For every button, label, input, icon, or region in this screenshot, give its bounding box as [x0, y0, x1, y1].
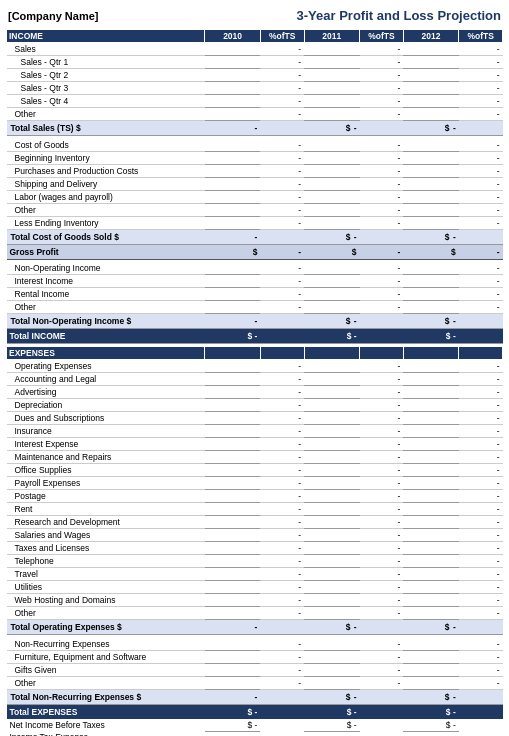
- op-exp-label: Operating Expenses: [7, 360, 205, 373]
- list-item: Gifts Given - - -: [7, 663, 503, 676]
- beg-inventory-label: Beginning Inventory: [7, 151, 205, 164]
- list-item: Web Hosting and Domains - - -: [7, 594, 503, 607]
- list-item: Postage - - -: [7, 490, 503, 503]
- year3-header: 2012: [403, 30, 459, 43]
- list-item: Office Supplies - - -: [7, 464, 503, 477]
- sales-qtr1-y1[interactable]: [205, 56, 261, 69]
- expenses-section-label: EXPENSES: [7, 347, 205, 360]
- cogs-label: Cost of Goods: [7, 139, 205, 152]
- list-item: Dues and Subscriptions - - -: [7, 412, 503, 425]
- list-item: Sales - Qtr 2 - - -: [7, 69, 503, 82]
- pct1-header: %ofTS: [260, 30, 304, 43]
- list-item: Depreciation - - -: [7, 399, 503, 412]
- sales-pct3: -: [459, 43, 503, 56]
- list-item: Telephone - - -: [7, 555, 503, 568]
- year1-header: 2010: [205, 30, 261, 43]
- sales-y1[interactable]: [205, 43, 261, 56]
- before-taxes-label: Net Income Before Taxes: [7, 719, 205, 732]
- list-item: Taxes and Licenses - - -: [7, 542, 503, 555]
- sales-pct1: -: [260, 43, 304, 56]
- total-sales-row: Total Sales (TS) $ - $ - $ -: [7, 121, 503, 136]
- gp-dollar: $: [205, 244, 261, 259]
- cogs-other-label: Other: [7, 203, 205, 216]
- web-hosting-label: Web Hosting and Domains: [7, 594, 205, 607]
- list-item: Other - - -: [7, 108, 503, 121]
- rental-income-label: Rental Income: [7, 288, 205, 301]
- list-item: Insurance - - -: [7, 425, 503, 438]
- gifts-given-label: Gifts Given: [7, 663, 205, 676]
- utilities-label: Utilities: [7, 581, 205, 594]
- gp-dollar3: $: [403, 244, 459, 259]
- labor-label: Labor (wages and payroll): [7, 190, 205, 203]
- total-op-exp-row: Total Operating Expenses $ - $ - $ -: [7, 620, 503, 635]
- gp-dollar2: $: [304, 244, 360, 259]
- sales-qtr4-label: Sales - Qtr 4: [7, 95, 205, 108]
- total-expenses-row: Total EXPENSES $ - $ - $ -: [7, 704, 503, 719]
- list-item: Sales - - -: [7, 43, 503, 56]
- total-cogs-y2: $ -: [304, 229, 360, 244]
- total-non-rec-label: Total Non-Recurring Expenses $: [7, 689, 205, 704]
- list-item: Interest Income - - -: [7, 275, 503, 288]
- list-item: Other - - -: [7, 607, 503, 620]
- gross-profit-row: Gross Profit $ - $ - $ -: [7, 244, 503, 259]
- gross-profit-label: Gross Profit: [7, 244, 205, 259]
- interest-income-label: Interest Income: [7, 275, 205, 288]
- list-item: Non-Recurring Expenses - - -: [7, 638, 503, 651]
- purchases-label: Purchases and Production Costs: [7, 164, 205, 177]
- list-item: Beginning Inventory - - -: [7, 151, 503, 164]
- total-cogs-y1: -: [205, 229, 261, 244]
- income-tax-row: Income Tax Expense: [7, 731, 503, 736]
- list-item: Sales - Qtr 4 - - -: [7, 95, 503, 108]
- list-item: Advertising - - -: [7, 386, 503, 399]
- list-item: Accounting and Legal - - -: [7, 373, 503, 386]
- non-rec-other-label: Other: [7, 676, 205, 689]
- furniture-label: Furniture, Equipment and Software: [7, 650, 205, 663]
- income-section-header-row: INCOME 2010 %ofTS 2011 %ofTS 2012 %ofTS: [7, 30, 503, 43]
- income-tax-label: Income Tax Expense: [7, 731, 205, 736]
- year2-header: 2011: [304, 30, 360, 43]
- total-cogs-label: Total Cost of Goods Sold $: [7, 229, 205, 244]
- insurance-label: Insurance: [7, 425, 205, 438]
- sales-qtr3-label: Sales - Qtr 3: [7, 82, 205, 95]
- total-income-row: Total INCOME $ - $ - $ -: [7, 329, 503, 344]
- advertising-label: Advertising: [7, 386, 205, 399]
- non-op-label: Non-Operating Income: [7, 262, 205, 275]
- sales-qtr1-y2[interactable]: [304, 56, 360, 69]
- dues-subs-label: Dues and Subscriptions: [7, 412, 205, 425]
- gp-y3: -: [459, 244, 503, 259]
- acct-legal-label: Accounting and Legal: [7, 373, 205, 386]
- interest-exp-label: Interest Expense: [7, 438, 205, 451]
- list-item: Sales - Qtr 3 - - -: [7, 82, 503, 95]
- gp-y1: -: [260, 244, 304, 259]
- sales-qtr1-y3[interactable]: [403, 56, 459, 69]
- list-item: Maintenance and Repairs - - -: [7, 451, 503, 464]
- list-item: Non-Operating Income - - -: [7, 262, 503, 275]
- list-item: Other - - -: [7, 301, 503, 314]
- sales-y2[interactable]: [304, 43, 360, 56]
- total-non-op-label: Total Non-Operating Income $: [7, 314, 205, 329]
- rent-label: Rent: [7, 503, 205, 516]
- list-item: Travel - - -: [7, 568, 503, 581]
- total-expenses-label: Total EXPENSES: [7, 704, 205, 719]
- total-cogs-row: Total Cost of Goods Sold $ - $ - $ -: [7, 229, 503, 244]
- list-item: Less Ending Inventory - - -: [7, 216, 503, 229]
- list-item: Operating Expenses - - -: [7, 360, 503, 373]
- list-item: Labor (wages and payroll) - - -: [7, 190, 503, 203]
- total-income-label: Total INCOME: [7, 329, 205, 344]
- telephone-label: Telephone: [7, 555, 205, 568]
- office-supplies-label: Office Supplies: [7, 464, 205, 477]
- list-item: Other - - -: [7, 676, 503, 689]
- research-dev-label: Research and Development: [7, 516, 205, 529]
- sales-pct2: -: [360, 43, 404, 56]
- company-name: [Company Name]: [8, 10, 98, 22]
- sales-qtr1-label: Sales - Qtr 1: [7, 56, 205, 69]
- pct2-header: %ofTS: [360, 30, 404, 43]
- total-sales-label: Total Sales (TS) $: [7, 121, 205, 136]
- before-taxes-row: Net Income Before Taxes $ - $ - $ -: [7, 719, 503, 732]
- op-other-label: Other: [7, 607, 205, 620]
- taxes-licenses-label: Taxes and Licenses: [7, 542, 205, 555]
- main-table: INCOME 2010 %ofTS 2011 %ofTS 2012 %ofTS …: [6, 29, 503, 736]
- list-item: Furniture, Equipment and Software - - -: [7, 650, 503, 663]
- sales-y3[interactable]: [403, 43, 459, 56]
- list-item: Shipping and Delivery - - -: [7, 177, 503, 190]
